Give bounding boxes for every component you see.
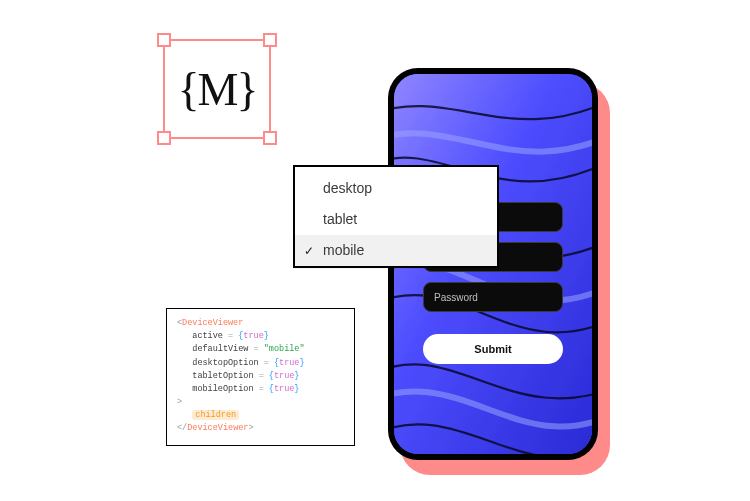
attr-desktopoption: desktopOption <box>192 358 258 368</box>
rb: } <box>264 331 269 341</box>
submit-label: Submit <box>474 343 511 355</box>
code-open-tag: DeviceViewer <box>182 318 243 328</box>
code-close-tag: DeviceViewer <box>187 423 248 433</box>
brace-right: } <box>236 64 256 115</box>
dropdown-item-mobile[interactable]: ✓ mobile <box>295 235 497 266</box>
dropdown-label: tablet <box>323 211 357 227</box>
resize-handle-bottom-right[interactable] <box>263 131 277 145</box>
rb: } <box>294 371 299 381</box>
rb: } <box>299 358 304 368</box>
attr-defaultview: defaultView <box>192 344 248 354</box>
resize-handle-top-right[interactable] <box>263 33 277 47</box>
component-glyph: {M} <box>177 63 256 116</box>
password-field[interactable]: Password <box>423 282 563 312</box>
children-slot: children <box>192 410 239 420</box>
eq: = <box>254 371 269 381</box>
code-gt: > <box>177 397 182 407</box>
attr-tabletoption: tabletOption <box>192 371 253 381</box>
dropdown-item-desktop[interactable]: desktop <box>295 173 497 204</box>
dropdown-label: mobile <box>323 242 364 258</box>
dropdown-label: desktop <box>323 180 372 196</box>
device-dropdown[interactable]: desktop tablet ✓ mobile <box>293 165 499 268</box>
resize-handle-bottom-left[interactable] <box>157 131 171 145</box>
attr-mobileoption: mobileOption <box>192 384 253 394</box>
glyph-m: M <box>198 64 237 115</box>
eq: = <box>259 358 274 368</box>
rb: } <box>294 384 299 394</box>
eq: = <box>254 384 269 394</box>
attr-active: active <box>192 331 223 341</box>
check-icon: ✓ <box>304 242 314 260</box>
dropdown-item-tablet[interactable]: tablet <box>295 204 497 235</box>
code-snippet: <DeviceViewer active = {true} defaultVie… <box>166 308 355 446</box>
submit-button[interactable]: Submit <box>423 334 563 364</box>
brace-left: { <box>177 64 197 115</box>
selection-frame[interactable]: {M} <box>163 39 271 139</box>
code-gt2: > <box>248 423 253 433</box>
val-true: true <box>274 371 294 381</box>
val-true: true <box>274 384 294 394</box>
eq: = <box>248 344 263 354</box>
val-mobile: "mobile" <box>264 344 305 354</box>
eq: = <box>223 331 238 341</box>
val-true: true <box>279 358 299 368</box>
val-true: true <box>243 331 263 341</box>
password-placeholder: Password <box>434 292 478 303</box>
resize-handle-top-left[interactable] <box>157 33 171 47</box>
